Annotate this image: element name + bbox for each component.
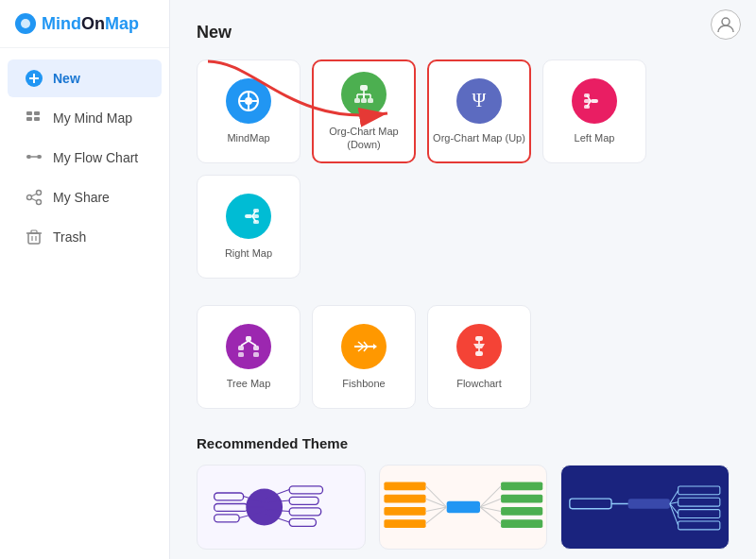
theme-preview-1 — [198, 466, 365, 549]
svg-rect-102 — [570, 499, 611, 509]
template-card-right-map[interactable]: Right Map — [197, 175, 301, 279]
svg-rect-9 — [26, 155, 31, 159]
template-card-mindmap[interactable]: MindMap — [197, 59, 301, 163]
sidebar-my-mind-map-label: My Mind Map — [53, 110, 132, 126]
svg-rect-106 — [679, 510, 720, 518]
tree-map-icon-circle — [226, 324, 271, 369]
svg-rect-19 — [31, 230, 37, 233]
svg-rect-71 — [289, 486, 322, 494]
right-map-label: Right Map — [225, 246, 272, 260]
svg-rect-72 — [289, 497, 318, 504]
grid-icon — [25, 109, 43, 127]
theme-card-1[interactable] — [197, 465, 366, 550]
svg-rect-40 — [591, 99, 598, 103]
template-card-org-chart-up[interactable]: Ψ Org-Chart Map (Up) — [427, 59, 531, 163]
svg-point-1 — [21, 19, 30, 28]
theme-card-3[interactable] — [560, 465, 730, 550]
theme-grid — [197, 465, 730, 559]
svg-rect-8 — [34, 117, 40, 121]
org-chart-down-icon-circle — [341, 72, 387, 117]
main: New MindMap Org-Chart Map(Down) Ψ — [170, 0, 756, 559]
svg-line-109 — [670, 490, 679, 503]
theme-preview-3 — [561, 466, 729, 549]
svg-rect-81 — [215, 515, 239, 522]
theme-card-2[interactable] — [379, 465, 548, 550]
svg-marker-68 — [473, 344, 485, 348]
template-card-left-map[interactable]: Left Map — [542, 59, 646, 163]
svg-line-59 — [241, 341, 249, 346]
svg-point-25 — [245, 97, 252, 105]
section-title: New — [197, 23, 730, 42]
svg-rect-56 — [253, 346, 259, 350]
main-content-wrapper: New MindMap Org-Chart Map(Down) Ψ — [170, 0, 756, 559]
sidebar: MindOnMap New My Mind Map My Flow Chart — [0, 0, 170, 559]
svg-rect-54 — [246, 336, 251, 341]
svg-rect-69 — [475, 351, 483, 356]
fishbone-label: Fishbone — [342, 377, 385, 390]
share-icon — [25, 188, 43, 207]
svg-line-112 — [670, 503, 679, 525]
svg-rect-86 — [384, 482, 425, 490]
sidebar-item-my-mind-map[interactable]: My Mind Map — [8, 99, 162, 137]
svg-rect-4 — [29, 77, 39, 79]
svg-rect-11 — [37, 155, 42, 159]
org-chart-up-icon-circle: Ψ — [456, 78, 502, 124]
topbar — [711, 9, 741, 40]
svg-rect-89 — [384, 519, 425, 528]
svg-line-99 — [480, 499, 501, 507]
svg-rect-88 — [384, 507, 425, 516]
svg-line-94 — [425, 486, 446, 507]
org-chart-down-label: Org-Chart Map(Down) — [329, 125, 398, 152]
svg-rect-7 — [26, 117, 32, 121]
sidebar-trash-label: Trash — [53, 229, 86, 245]
theme-preview-2 — [380, 466, 547, 549]
left-map-label: Left Map — [575, 131, 615, 144]
sidebar-item-my-share[interactable]: My Share — [8, 178, 162, 216]
sidebar-item-trash[interactable]: Trash — [8, 218, 162, 256]
svg-rect-31 — [354, 98, 360, 103]
user-icon[interactable] — [711, 9, 741, 40]
svg-rect-58 — [253, 352, 259, 357]
svg-line-111 — [670, 503, 679, 514]
svg-rect-93 — [501, 519, 542, 528]
svg-rect-105 — [679, 498, 720, 506]
template-grid: MindMap Org-Chart Map(Down) Ψ Org-Chart … — [197, 59, 730, 279]
left-map-icon-circle — [572, 78, 617, 124]
logo-icon — [15, 13, 36, 34]
sidebar-item-new[interactable]: New — [8, 59, 162, 97]
flowchart-icon-circle — [456, 324, 502, 369]
svg-point-22 — [722, 18, 730, 25]
svg-rect-104 — [679, 486, 720, 495]
template-grid-row2: Tree Map Fishbone Flowchart — [197, 305, 730, 409]
svg-rect-17 — [28, 233, 40, 244]
svg-rect-74 — [289, 518, 316, 526]
flow-icon — [25, 148, 43, 167]
template-card-org-chart-down[interactable]: Org-Chart Map(Down) — [312, 59, 416, 163]
svg-rect-30 — [360, 85, 368, 91]
svg-rect-80 — [215, 503, 248, 511]
svg-point-12 — [37, 191, 42, 195]
svg-line-98 — [480, 486, 501, 507]
svg-marker-66 — [373, 344, 377, 349]
right-map-icon-circle — [226, 194, 271, 239]
plus-icon — [25, 69, 43, 88]
template-card-fishbone[interactable]: Fishbone — [312, 305, 416, 409]
recommended-title: Recommended Theme — [197, 435, 730, 451]
template-card-tree-map[interactable]: Tree Map — [197, 305, 301, 409]
template-card-flowchart[interactable]: Flowchart — [427, 305, 531, 409]
sidebar-item-my-flow-chart[interactable]: My Flow Chart — [8, 139, 162, 177]
sidebar-new-label: New — [53, 71, 80, 86]
sidebar-my-share-label: My Share — [53, 190, 110, 205]
svg-rect-73 — [289, 508, 321, 516]
svg-rect-33 — [368, 98, 373, 103]
logo-area: MindOnMap — [0, 0, 169, 48]
svg-rect-79 — [215, 493, 244, 500]
svg-rect-107 — [679, 521, 720, 530]
svg-point-14 — [37, 200, 42, 205]
svg-rect-91 — [501, 495, 542, 503]
svg-rect-47 — [245, 214, 252, 218]
svg-rect-42 — [584, 99, 590, 103]
svg-rect-5 — [26, 111, 32, 115]
svg-text:Ψ: Ψ — [472, 90, 487, 110]
svg-point-13 — [27, 195, 32, 200]
